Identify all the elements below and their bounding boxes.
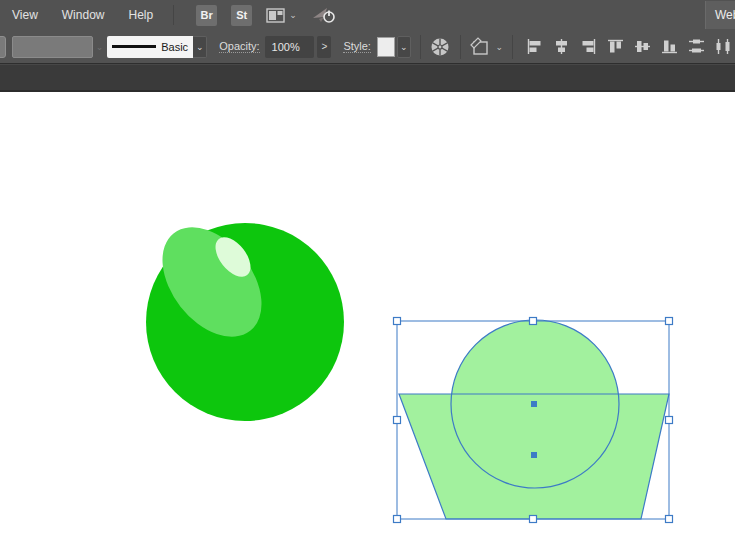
menu-window[interactable]: Window <box>50 0 117 30</box>
align-vertical-center-button[interactable] <box>630 35 654 59</box>
green-ball-shape[interactable] <box>142 209 344 421</box>
brush-definition-dropdown[interactable]: Basic <box>107 36 193 58</box>
clipped-control <box>0 36 6 58</box>
distribute-vertical-center-icon <box>688 38 705 55</box>
arrange-documents-button[interactable]: ⌄ <box>266 8 297 23</box>
divider <box>420 35 421 59</box>
align-bottom-icon <box>661 38 678 55</box>
align-horizontal-center-button[interactable] <box>549 35 573 59</box>
style-dropdown-chevron[interactable]: ⌄ <box>397 36 411 58</box>
variable-width-profile-dropdown[interactable] <box>12 36 93 58</box>
gpu-performance-icon <box>311 5 337 25</box>
handle-bottom-right[interactable] <box>666 516 673 523</box>
opacity-label[interactable]: Opacity: <box>219 40 259 53</box>
circle-center-point[interactable] <box>531 401 537 407</box>
brush-definition-label: Basic <box>161 41 188 53</box>
handle-top-left[interactable] <box>394 318 401 325</box>
align-horizontal-center-icon <box>553 38 570 55</box>
object-options-button[interactable]: ⌄ <box>470 37 504 57</box>
brush-dropdown-chevron[interactable]: ⌄ <box>193 36 207 58</box>
gpu-performance-button[interactable] <box>311 5 337 25</box>
bridge-button[interactable]: Br <box>196 5 217 26</box>
menu-help[interactable]: Help <box>116 0 165 30</box>
stock-button[interactable]: St <box>231 5 252 26</box>
align-left-icon <box>526 38 543 55</box>
recolor-artwork-icon <box>430 37 450 57</box>
handle-bottom-center[interactable] <box>530 516 537 523</box>
divider <box>460 35 461 59</box>
align-right-button[interactable] <box>576 35 600 59</box>
handle-top-right[interactable] <box>666 318 673 325</box>
opacity-input[interactable]: 100% <box>265 36 315 58</box>
divider <box>512 35 513 59</box>
chevron-down-icon: ⌄ <box>496 42 504 52</box>
opacity-more-button[interactable]: > <box>317 36 331 58</box>
divider <box>173 5 174 25</box>
artboard-canvas[interactable] <box>0 92 735 536</box>
illustrator-window: View Window Help Br St ⌄ <box>0 0 735 536</box>
document-tab-bar <box>0 64 735 92</box>
control-bar: ⌄ Basic ⌄ Opacity: 100% > Style: ⌄ <box>0 30 735 64</box>
chevron-down-icon: ⌄ <box>96 42 104 52</box>
menu-bar: View Window Help Br St ⌄ <box>0 0 735 30</box>
trapezoid-center-point[interactable] <box>531 452 537 458</box>
align-bottom-button[interactable] <box>657 35 681 59</box>
align-top-icon <box>607 38 624 55</box>
arrange-documents-icon <box>266 8 285 23</box>
handle-middle-left[interactable] <box>394 417 401 424</box>
handle-bottom-left[interactable] <box>394 516 401 523</box>
chevron-down-icon: ⌄ <box>289 10 297 20</box>
recolor-artwork-button[interactable] <box>430 35 451 59</box>
distribute-horizontal-center-icon <box>715 38 732 55</box>
menu-view[interactable]: View <box>0 0 50 30</box>
align-left-button[interactable] <box>522 35 546 59</box>
align-controls <box>522 35 735 59</box>
style-label[interactable]: Style: <box>343 40 371 53</box>
align-right-icon <box>580 38 597 55</box>
artwork-layer <box>0 92 735 536</box>
handle-top-center[interactable] <box>530 318 537 325</box>
object-options-icon <box>470 37 492 57</box>
distribute-vertical-center-button[interactable] <box>684 35 708 59</box>
selected-group[interactable] <box>394 318 673 523</box>
distribute-horizontal-center-button[interactable] <box>711 35 735 59</box>
brush-stroke-preview <box>112 45 156 48</box>
handle-middle-right[interactable] <box>666 417 673 424</box>
align-top-button[interactable] <box>603 35 627 59</box>
graphic-style-swatch[interactable] <box>377 37 395 57</box>
workspace-switcher[interactable]: Web <box>705 1 735 29</box>
align-vertical-center-icon <box>634 38 651 55</box>
